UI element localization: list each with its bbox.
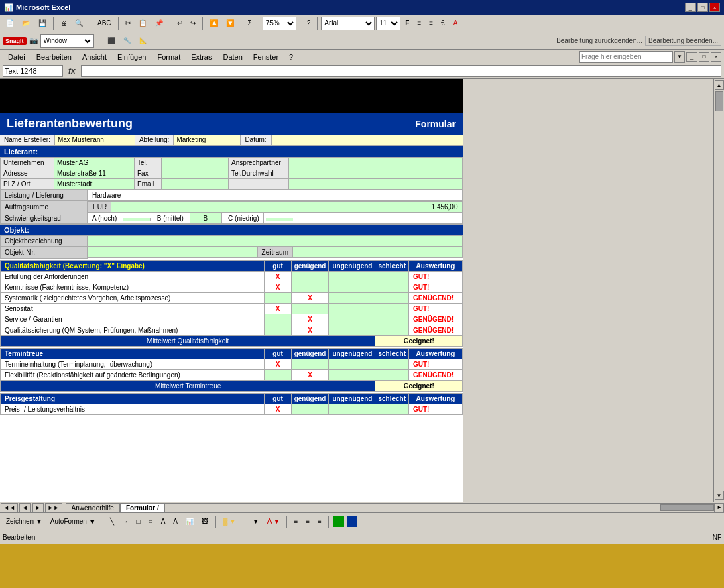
q-row3-gut[interactable] [264,292,291,303]
draw-font-color[interactable]: A ▼ [265,516,283,526]
toolbar-btn-copy[interactable]: 📋 [136,18,149,28]
t-row2-schlecht[interactable] [375,369,409,380]
fax-value[interactable] [162,168,229,179]
draw-fill-color[interactable]: ▓ ▼ [220,516,239,526]
t-row2-gen[interactable]: X [291,369,329,380]
scroll-down-btn[interactable]: ▼ [715,491,724,500]
q-row6-schlecht[interactable] [375,325,409,335]
t-row1-ungen[interactable] [329,359,375,369]
toolbar-btn-align-c[interactable]: ≡ [426,18,436,28]
cell-reference[interactable]: Text 1248 [3,65,63,77]
q-row6-gut[interactable] [264,325,291,335]
toolbar-btn-sort-desc[interactable]: 🔽 [223,18,237,28]
sheet-tab-anwenderhilfe[interactable]: Anwenderhilfe [66,503,120,512]
toolbar-btn-redo[interactable]: ↪ [188,18,198,28]
q-row2-schlecht[interactable] [375,282,409,292]
draw-btn[interactable]: Zeichnen ▼ [3,516,45,526]
close-btn[interactable]: × [709,3,720,12]
zeitraum-value[interactable] [293,247,462,257]
toolbar-btn-s3[interactable]: 📐 [137,36,150,46]
win-max-btn[interactable]: □ [699,52,709,62]
menu-fenster[interactable]: Fenster [248,52,284,62]
win-close-btn[interactable]: × [711,52,721,62]
menu-extras[interactable]: Extras [186,52,217,62]
toolbar-btn-align-l[interactable]: ≡ [414,18,424,28]
q-row3-ungen[interactable] [329,292,375,303]
q-row4-ungen[interactable] [329,303,375,314]
teldurchwahl-value[interactable] [289,168,463,179]
draw-line-btn[interactable]: ╲ [107,516,117,526]
draw-blue-btn[interactable] [347,516,357,527]
toolbar-btn-undo[interactable]: ↩ [174,18,185,28]
win-min-btn[interactable]: _ [686,52,697,62]
help-search-input[interactable] [579,51,673,63]
schwierig-b-val[interactable]: B [190,213,223,223]
q-row1-ungen[interactable] [329,271,375,282]
menu-einfuegen[interactable]: Einfügen [112,52,152,62]
snagit-window-select[interactable]: Window [40,34,94,48]
q-row1-gut[interactable]: X [264,271,291,282]
tel-value[interactable] [162,158,229,168]
tab-nav-first[interactable]: ◄◄ [1,503,18,512]
autoformen-btn[interactable]: AutoFormen ▼ [48,516,99,526]
draw-align-justify[interactable]: ≡ [315,516,324,526]
hscroll-right-btn[interactable]: ► [715,503,724,512]
q-row1-gen[interactable] [291,271,329,282]
toolbar-btn-preview[interactable]: 🔍 [72,18,86,28]
leistung-value[interactable]: Hardware [88,190,463,201]
p-row1-gen[interactable] [291,404,329,414]
draw-clipart-btn[interactable]: 🖼 [199,516,211,526]
zoom-select[interactable]: 75% [263,17,296,30]
t-row2-gut[interactable] [264,369,291,380]
menu-datei[interactable]: Datei [3,52,31,62]
menu-ansicht[interactable]: Ansicht [77,52,112,62]
hscroll-track[interactable] [165,503,715,512]
abteilung-value[interactable] [174,135,241,145]
t-row1-gut[interactable]: X [264,359,291,369]
q-row5-gen[interactable]: X [291,314,329,325]
menu-format[interactable]: Format [152,52,186,62]
q-row5-ungen[interactable] [329,314,375,325]
q-row2-ungen[interactable] [329,282,375,292]
plzort-value[interactable]: Musterstadt [54,179,135,190]
p-row1-schlecht[interactable] [375,404,409,414]
toolbar-btn-open[interactable]: 📂 [19,18,33,28]
toolbar-btn-cut[interactable]: ✂ [123,18,133,28]
toolbar-btn-currency[interactable]: € [438,18,448,28]
q-row5-schlecht[interactable] [375,314,409,325]
q-row4-gut[interactable]: X [264,303,291,314]
t-row1-schlecht[interactable] [375,359,409,369]
toolbar-btn-help[interactable]: ? [304,18,314,28]
toolbar-btn-s1[interactable]: ⬛ [105,36,118,46]
q-row5-gut[interactable] [264,314,291,325]
unternehmen-value[interactable]: Muster AG [54,158,135,168]
toolbar-btn-print[interactable]: 🖨 [58,18,70,28]
toolbar-btn-sort-asc[interactable]: 🔼 [207,18,221,28]
menu-daten[interactable]: Daten [217,52,247,62]
toolbar-btn-new[interactable]: 📄 [3,18,17,28]
q-row3-schlecht[interactable] [375,292,409,303]
auftragsumme-value[interactable]: 1.456,00 [111,202,461,212]
menu-help[interactable]: ? [284,52,298,62]
draw-green-btn[interactable] [333,516,344,527]
maximize-btn[interactable]: □ [697,3,708,12]
formula-input[interactable] [81,65,721,77]
q-row6-ungen[interactable] [329,325,375,335]
p-row1-gut[interactable]: X [264,404,291,414]
toolbar-btn-bold[interactable]: F [402,18,412,28]
datum-value[interactable] [272,135,463,145]
fontsize-select[interactable]: 11 [376,17,400,30]
tab-nav-last[interactable]: ►► [45,503,62,512]
toolbar-btn-sigma[interactable]: Σ [245,18,255,28]
draw-line-color[interactable]: — ▼ [241,516,262,526]
t-row1-gen[interactable] [291,359,329,369]
toolbar-btn-paste[interactable]: 📌 [152,18,166,28]
q-row3-gen[interactable]: X [291,292,329,303]
q-row6-gen[interactable]: X [291,325,329,335]
bearbeitung-btn[interactable]: Bearbeitung beenden... [645,36,721,46]
draw-align-center[interactable]: ≡ [303,516,312,526]
hscroll-thumb[interactable] [660,504,714,511]
q-row2-gen[interactable] [291,282,329,292]
toolbar-btn-spell[interactable]: ABC [95,18,114,28]
name-ersteller-value[interactable] [55,135,135,145]
